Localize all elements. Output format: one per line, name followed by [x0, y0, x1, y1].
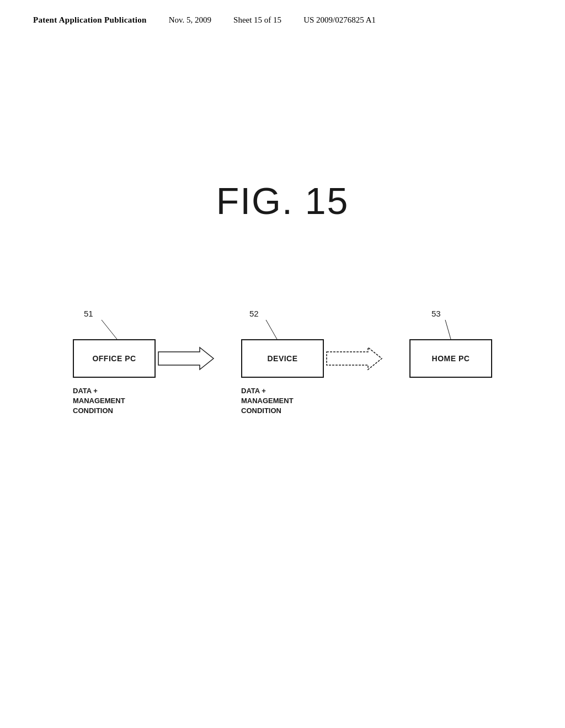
svg-line-1: [266, 320, 277, 339]
arrow2-label: DATA + MANAGEMENT CONDITION: [241, 386, 294, 416]
office-pc-label: OFFICE PC: [92, 354, 136, 363]
svg-line-0: [102, 320, 117, 339]
svg-marker-4: [327, 347, 382, 370]
device-box: DEVICE: [241, 339, 324, 378]
svg-marker-3: [158, 347, 214, 370]
arrow1-label: DATA + MANAGEMENT CONDITION: [73, 386, 125, 416]
ref-label-53: 53: [431, 309, 441, 318]
svg-line-2: [445, 320, 451, 339]
office-pc-box: OFFICE PC: [73, 339, 156, 378]
home-pc-box: HOME PC: [409, 339, 492, 378]
ref-label-51: 51: [84, 309, 93, 318]
ref-label-52: 52: [249, 309, 259, 318]
diagram-area: 51 52 53 OFFICE PC DEVICE HOME PC DATA +…: [0, 309, 565, 441]
header-publication-label: Patent Application Publication: [33, 15, 147, 25]
header-date-label: Nov. 5, 2009: [169, 15, 211, 25]
diagram-container: 51 52 53 OFFICE PC DEVICE HOME PC DATA +…: [67, 309, 498, 441]
header-patent-label: US 2009/0276825 A1: [303, 15, 376, 25]
page-header: Patent Application Publication Nov. 5, 2…: [0, 0, 565, 25]
device-label: DEVICE: [267, 354, 297, 363]
header-sheet-label: Sheet 15 of 15: [233, 15, 281, 25]
home-pc-label: HOME PC: [432, 354, 470, 363]
figure-title: FIG. 15: [0, 179, 565, 222]
